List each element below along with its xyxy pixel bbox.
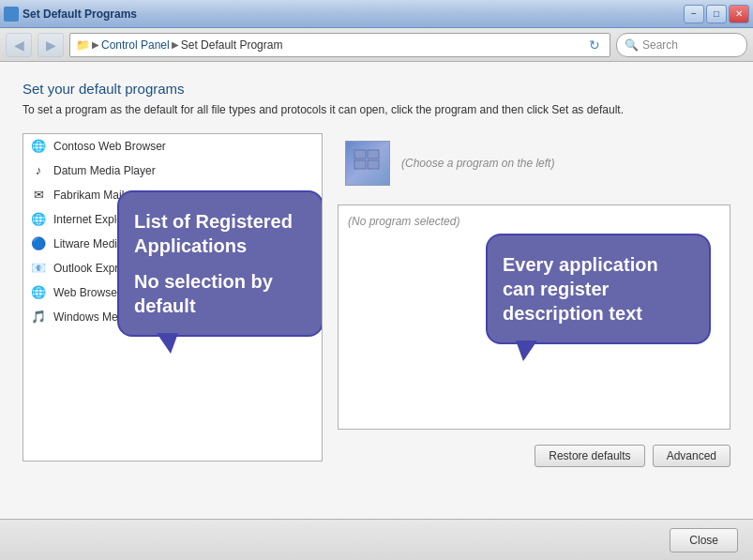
- program-name-0: Contoso Web Browser: [53, 140, 166, 153]
- program-big-icon: [345, 141, 390, 186]
- refresh-icon[interactable]: ↻: [585, 36, 604, 54]
- page-description: To set a program as the default for all …: [23, 102, 730, 118]
- program-description-box: (No program selected) Every application …: [338, 204, 730, 430]
- titlebar-controls: − □ ✕: [684, 5, 749, 23]
- titlebar: Set Default Programs − □ ✕: [0, 0, 753, 28]
- breadcrumb-current: Set Default Program: [181, 38, 283, 52]
- restore-defaults-button[interactable]: Restore defaults: [535, 445, 644, 467]
- program-list-panel[interactable]: 🌐 Contoso Web Browser ♪ Datum Media Play…: [23, 133, 323, 462]
- right-panel: (Choose a program on the left) (No progr…: [338, 133, 730, 471]
- search-icon: 🔍: [625, 38, 639, 52]
- address-bar: ◀ ▶ 📁 ▶ Control Panel ▶ Set Default Prog…: [0, 28, 753, 62]
- annotation-bubble-left: List of Registered Applications No selec…: [117, 190, 323, 337]
- prog-icon-5: 📧: [31, 261, 46, 276]
- program-item[interactable]: 🌐 Contoso Web Browser: [23, 134, 322, 159]
- back-button[interactable]: ◀: [6, 33, 32, 57]
- advanced-button[interactable]: Advanced: [653, 445, 730, 467]
- breadcrumb-control-panel[interactable]: Control Panel: [101, 38, 170, 52]
- breadcrumb-sep-1: ▶: [172, 39, 179, 50]
- main-window: Set Default Programs − □ ✕ ◀ ▶ 📁 ▶ Contr…: [0, 0, 753, 560]
- action-buttons: Restore defaults Advanced: [338, 441, 730, 471]
- bottom-bar: Close: [0, 519, 753, 560]
- prog-icon-6: 🌐: [31, 285, 46, 300]
- prog-icon-7: 🎵: [31, 310, 46, 325]
- program-info-area: (Choose a program on the left): [338, 133, 730, 193]
- prog-icon-3: 🌐: [31, 212, 46, 227]
- svg-rect-0: [354, 150, 366, 159]
- svg-rect-2: [354, 160, 366, 169]
- close-window-button[interactable]: Close: [670, 528, 738, 552]
- search-bar[interactable]: 🔍 Search: [616, 33, 747, 57]
- main-content: Set your default programs To set a progr…: [0, 62, 753, 519]
- prog-icon-1: ♪: [31, 163, 46, 178]
- content-panels: 🌐 Contoso Web Browser ♪ Datum Media Play…: [23, 133, 730, 471]
- titlebar-left: Set Default Programs: [4, 7, 137, 22]
- svg-rect-1: [368, 150, 379, 159]
- prog-icon-4: 🔵: [31, 236, 46, 251]
- no-program-selected-text: (No program selected): [348, 215, 459, 228]
- folder-icon: 📁: [76, 38, 90, 52]
- breadcrumb-bar: 📁 ▶ Control Panel ▶ Set Default Program …: [69, 33, 610, 57]
- forward-button[interactable]: ▶: [38, 33, 64, 57]
- program-name-6: Web Browser: [53, 286, 121, 299]
- program-name-1: Datum Media Player: [53, 164, 156, 177]
- search-placeholder: Search: [642, 38, 678, 52]
- page-heading: Set your default programs: [23, 81, 730, 97]
- close-title-button[interactable]: ✕: [729, 5, 749, 23]
- program-item[interactable]: ♪ Datum Media Player: [23, 159, 322, 183]
- prog-icon-0: 🌐: [31, 139, 46, 154]
- prog-icon-2: ✉: [31, 188, 46, 203]
- minimize-button[interactable]: −: [684, 5, 704, 23]
- program-name-2: Fabrikam Mail: [53, 189, 124, 202]
- svg-rect-3: [368, 160, 379, 169]
- maximize-button[interactable]: □: [706, 5, 727, 23]
- window-icon: [4, 7, 19, 22]
- choose-program-text: (Choose a program on the left): [401, 157, 554, 170]
- titlebar-title: Set Default Programs: [23, 8, 137, 21]
- annotation-bubble-right: Every application can register descripti…: [486, 234, 711, 344]
